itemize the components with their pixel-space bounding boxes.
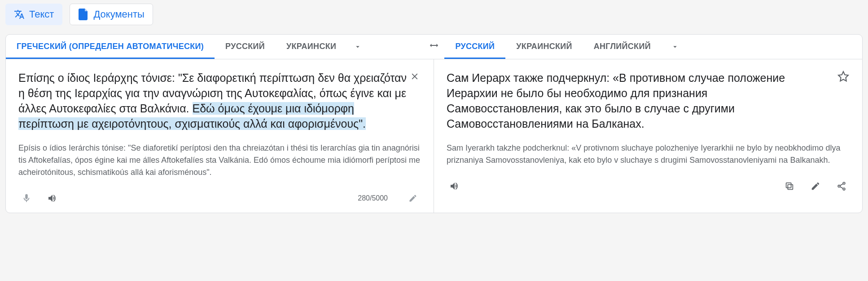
save-translation-button[interactable]	[834, 67, 852, 85]
mode-text-label: Текст	[29, 9, 54, 20]
chevron-down-icon	[671, 43, 679, 51]
source-footer: 280/5000	[18, 190, 421, 206]
listen-target-button[interactable]	[447, 178, 463, 194]
keyboard-button[interactable]	[405, 190, 421, 206]
speaker-icon	[449, 181, 460, 192]
mode-documents-button[interactable]: Документы	[70, 4, 153, 25]
copy-button[interactable]	[781, 178, 798, 194]
translate-icon	[14, 9, 25, 20]
pencil-icon	[408, 194, 417, 203]
pencil-icon	[811, 181, 820, 191]
target-transliteration: Sam Iyerarkh takzhe podcherknul: «V prot…	[447, 142, 850, 166]
swap-icon	[429, 40, 439, 50]
listen-source-button[interactable]	[44, 190, 61, 206]
copy-icon	[785, 181, 794, 191]
svg-point-4	[843, 188, 845, 190]
target-lang-russian[interactable]: РУССКИЙ	[444, 35, 505, 59]
panes: Επίσης ο ίδιος Ιεράρχης τόνισε: "Σε διαφ…	[6, 59, 862, 213]
target-text: Сам Иерарх также подчеркнул: «В противно…	[447, 70, 824, 131]
document-icon	[78, 9, 89, 20]
star-icon	[837, 71, 849, 82]
target-lang-ukrainian[interactable]: УКРАИНСКИЙ	[505, 35, 583, 59]
char-count: 280/5000	[358, 194, 388, 202]
svg-point-3	[838, 185, 840, 187]
target-pane: Сам Иерарх также подчеркнул: «В противно…	[434, 59, 862, 213]
svg-rect-1	[786, 183, 791, 188]
clear-source-button[interactable]	[406, 67, 424, 85]
mode-documents-label: Документы	[93, 9, 144, 20]
edit-button[interactable]	[807, 178, 824, 194]
source-lang-more[interactable]	[347, 36, 368, 58]
speaker-icon	[47, 193, 58, 204]
source-pane: Επίσης ο ίδιος Ιεράρχης τόνισε: "Σε διαφ…	[6, 59, 434, 213]
target-lang-more[interactable]	[664, 36, 686, 58]
share-button[interactable]	[833, 178, 850, 194]
mode-text-button[interactable]: Текст	[5, 4, 62, 25]
swap-languages-button[interactable]	[424, 35, 445, 56]
close-icon	[410, 71, 420, 81]
source-lang-ukrainian[interactable]: УКРАИНСКИ	[276, 35, 347, 59]
translator-card: ГРЕЧЕСКИЙ (ОПРЕДЕЛЕН АВТОМАТИЧЕСКИ) РУСС…	[5, 34, 863, 213]
mic-icon	[22, 193, 31, 203]
source-lang-detected[interactable]: ГРЕЧЕСКИЙ (ОПРЕДЕЛЕН АВТОМАТИЧЕСКИ)	[6, 35, 215, 59]
language-bar: ГРЕЧЕСКИЙ (ОПРЕДЕЛЕН АВТОМАТИЧЕСКИ) РУСС…	[6, 35, 862, 59]
source-transliteration: Epísis o ídios Ierárchis tónise: "Se dia…	[18, 142, 421, 178]
share-icon	[837, 181, 846, 191]
chevron-down-icon	[354, 43, 362, 51]
svg-point-2	[843, 182, 845, 184]
mode-tabs: Текст Документы	[0, 0, 868, 29]
svg-rect-0	[788, 184, 793, 189]
target-lang-side: РУССКИЙ УКРАИНСКИЙ АНГЛИЙСКИЙ	[444, 35, 862, 59]
source-lang-russian[interactable]: РУССКИЙ	[215, 35, 276, 59]
target-lang-english[interactable]: АНГЛИЙСКИЙ	[583, 35, 662, 59]
source-text[interactable]: Επίσης ο ίδιος Ιεράρχης τόνισε: "Σε διαφ…	[18, 70, 409, 131]
target-footer	[447, 178, 850, 194]
mic-button[interactable]	[18, 190, 35, 206]
source-lang-side: ГРЕЧЕСКИЙ (ОПРЕДЕЛЕН АВТОМАТИЧЕСКИ) РУСС…	[6, 35, 424, 59]
